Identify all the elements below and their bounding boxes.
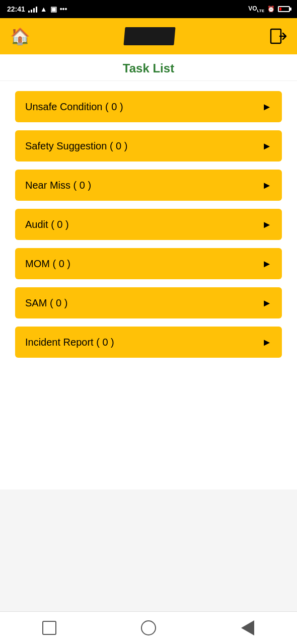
task-label-unsafe-condition: Unsafe Condition ( 0 )	[25, 101, 123, 113]
nav-bar	[0, 611, 297, 644]
task-item-audit[interactable]: Audit ( 0 )►	[15, 209, 282, 240]
alarm-icon: ⏰	[267, 6, 275, 13]
header-logo	[123, 27, 175, 45]
recent-apps-button[interactable]	[40, 619, 58, 637]
task-arrow-near-miss: ►	[262, 180, 272, 191]
circle-icon	[141, 620, 156, 635]
task-item-safety-suggestion[interactable]: Safety Suggestion ( 0 )►	[15, 130, 282, 162]
task-item-mom[interactable]: MOM ( 0 )►	[15, 248, 282, 279]
task-item-near-miss[interactable]: Near Miss ( 0 )►	[15, 170, 282, 201]
task-label-mom: MOM ( 0 )	[25, 258, 70, 270]
time-display: 22:41	[7, 5, 25, 13]
signal-icon	[28, 6, 37, 13]
task-label-near-miss: Near Miss ( 0 )	[25, 180, 91, 191]
status-bar: 22:41 ▲ ▣ ••• VOLTE ⏰	[0, 0, 297, 18]
wifi-icon: ▲	[40, 5, 47, 13]
task-arrow-mom: ►	[262, 258, 272, 270]
more-icon: •••	[60, 5, 67, 13]
task-item-sam[interactable]: SAM ( 0 )►	[15, 287, 282, 318]
task-label-incident-report: Incident Report ( 0 )	[25, 337, 114, 348]
status-left: 22:41 ▲ ▣ •••	[7, 5, 67, 13]
page-title: Task List	[0, 61, 297, 75]
task-arrow-incident-report: ►	[262, 337, 272, 348]
task-item-incident-report[interactable]: Incident Report ( 0 )►	[15, 327, 282, 358]
task-arrow-unsafe-condition: ►	[262, 101, 272, 113]
task-arrow-sam: ►	[262, 297, 272, 309]
sim-icon: ▣	[50, 5, 57, 13]
battery-fill	[279, 8, 281, 11]
app-header: 🏠	[0, 18, 297, 54]
page-title-container: Task List	[0, 54, 297, 81]
status-right: VOLTE ⏰	[248, 5, 290, 13]
logout-button[interactable]	[269, 27, 287, 45]
task-label-sam: SAM ( 0 )	[25, 297, 67, 309]
volte-icon: VOLTE	[248, 5, 264, 13]
task-list: Unsafe Condition ( 0 )►Safety Suggestion…	[0, 81, 297, 490]
battery-icon	[278, 6, 290, 12]
square-icon	[42, 621, 56, 635]
task-label-safety-suggestion: Safety Suggestion ( 0 )	[25, 140, 127, 152]
back-button[interactable]	[239, 619, 257, 637]
task-arrow-safety-suggestion: ►	[262, 140, 272, 152]
task-arrow-audit: ►	[262, 219, 272, 230]
task-label-audit: Audit ( 0 )	[25, 219, 69, 230]
triangle-icon	[241, 620, 254, 635]
task-item-unsafe-condition[interactable]: Unsafe Condition ( 0 )►	[15, 91, 282, 122]
home-icon[interactable]: 🏠	[10, 27, 30, 46]
home-nav-button[interactable]	[139, 619, 158, 637]
